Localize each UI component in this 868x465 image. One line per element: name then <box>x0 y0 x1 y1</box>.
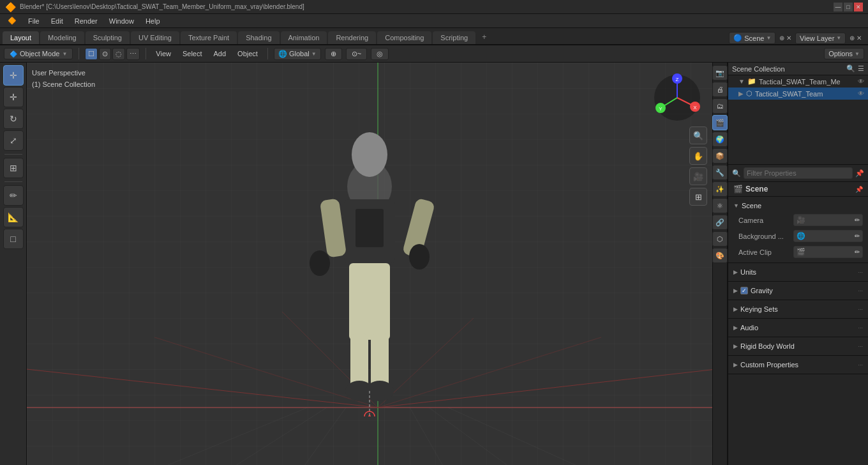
scene-section-header[interactable]: ▼ Scene <box>728 199 868 212</box>
scene-props-btn[interactable]: 🎬 <box>712 115 728 130</box>
camera-btn[interactable]: 🎥 <box>689 167 707 185</box>
tab-layout[interactable]: Layout <box>3 31 39 44</box>
scene-section-arrow: ▼ <box>733 202 739 209</box>
zoom-in-btn[interactable]: 🔍 <box>689 126 707 144</box>
properties-search-input[interactable] <box>744 167 853 179</box>
rigid-body-label: Rigid Body World <box>740 342 795 350</box>
output-props-btn[interactable]: 🖨 <box>712 82 728 97</box>
scene-props-title: Scene <box>745 185 768 194</box>
svg-text:Y: Y <box>659 106 662 112</box>
scale-tool[interactable]: ⤢ <box>3 130 24 151</box>
outliner-filter-btn[interactable]: 🔍 <box>846 65 855 73</box>
proportional-btn[interactable]: ◎ <box>371 48 389 60</box>
gravity-section-header[interactable]: ▶ ✓ Gravity ··· <box>728 284 868 297</box>
background-edit-btn[interactable]: ✏ <box>855 232 860 240</box>
object-menu-btn[interactable]: Object <box>234 49 262 59</box>
camera-value[interactable]: 🎥 ✏ <box>793 214 863 226</box>
tab-uv-editing[interactable]: UV Editing <box>131 31 179 44</box>
scene-pin-btn[interactable]: 📌 <box>855 186 863 193</box>
add-cube-tool[interactable]: □ <box>3 229 24 249</box>
tab-shading[interactable]: Shading <box>238 31 279 44</box>
pin-icon[interactable]: 📌 <box>855 169 864 178</box>
particles-props-btn[interactable]: ✨ <box>712 181 728 197</box>
mode-arrow: ▼ <box>62 51 67 57</box>
physics-props-btn[interactable]: ⚛ <box>712 198 728 213</box>
audio-header[interactable]: ▶ Audio ··· <box>728 321 868 334</box>
close-button[interactable]: ✕ <box>854 3 863 11</box>
tab-animation[interactable]: Animation <box>281 31 327 44</box>
scene-selector-label: Scene <box>744 34 764 42</box>
units-section: ▶ Units ··· <box>728 263 868 282</box>
scene-selector-arrow: ▼ <box>766 35 771 41</box>
rotate-tool[interactable]: ↻ <box>3 109 24 129</box>
constraints-props-btn[interactable]: 🔗 <box>712 215 728 230</box>
collection-expand-icon: ▼ <box>738 78 745 85</box>
select-more-btn[interactable]: ⋯ <box>126 48 140 60</box>
tab-sculpting[interactable]: Sculpting <box>86 31 130 44</box>
pivot-btn[interactable]: ⊕ <box>325 48 342 60</box>
camera-edit-btn[interactable]: ✏ <box>855 217 860 224</box>
measure-tool[interactable]: 📐 <box>3 207 24 227</box>
viewport-3d[interactable]: User Perspective (1) Scene Collection Z … <box>27 63 712 465</box>
menu-edit[interactable]: Edit <box>46 16 68 26</box>
tab-scripting[interactable]: Scripting <box>433 31 475 44</box>
units-section-header[interactable]: ▶ Units ··· <box>728 266 868 278</box>
right-panel-area: 📷 🖨 🗂 🎬 🌍 📦 🔧 ✨ ⚛ 🔗 ⬡ 🎨 Scene Collectio <box>712 63 868 465</box>
tool-sep1 <box>4 154 22 155</box>
select-box-btn[interactable]: ☐ <box>85 48 98 60</box>
select-menu-btn[interactable]: Select <box>179 49 206 59</box>
maximize-button[interactable]: □ <box>844 3 853 11</box>
keying-sets-arrow: ▶ <box>733 306 738 312</box>
modifier-props-btn[interactable]: 🔧 <box>712 165 728 180</box>
scene-selector[interactable]: 🔵 Scene ▼ <box>729 32 775 44</box>
menu-file[interactable]: File <box>23 16 45 26</box>
menu-help[interactable]: Help <box>140 16 165 26</box>
menu-window[interactable]: Window <box>104 16 139 26</box>
background-value[interactable]: 🌐 ✏ <box>793 230 863 242</box>
cursor-tool[interactable]: ✛ <box>3 65 24 86</box>
rigid-body-header[interactable]: ▶ Rigid Body World ··· <box>728 340 868 353</box>
minimize-button[interactable]: — <box>834 3 842 11</box>
material-props-btn[interactable]: 🎨 <box>712 248 728 263</box>
pan-btn[interactable]: ✋ <box>689 147 707 165</box>
move-tool[interactable]: ✛ <box>3 87 24 107</box>
grid-btn[interactable]: ⊞ <box>689 188 707 206</box>
tab-modeling[interactable]: Modeling <box>40 31 84 44</box>
data-props-btn[interactable]: ⬡ <box>712 231 728 247</box>
snap-btn[interactable]: ⊙~ <box>346 48 367 60</box>
outliner-item-collection[interactable]: ▼ 📁 Tactical_SWAT_Team_Me 👁 <box>728 75 868 88</box>
transform-selector[interactable]: 🌐 Global ▼ <box>274 48 321 60</box>
gravity-checkbox[interactable]: ✓ <box>740 287 748 294</box>
axis-gizmo[interactable]: Z X Y <box>652 72 703 123</box>
custom-props-header[interactable]: ▶ Custom Properties ··· <box>728 358 868 371</box>
mesh-visibility[interactable]: 👁 <box>858 90 864 97</box>
outliner-item-mesh[interactable]: ▶ ⬡ Tactical_SWAT_Team 👁 <box>728 88 868 100</box>
keying-sets-header[interactable]: ▶ Keying Sets ··· <box>728 303 868 316</box>
render-props-btn[interactable]: 📷 <box>712 65 728 80</box>
camera-icon: 🎥 <box>797 216 805 224</box>
tab-texture-paint[interactable]: Texture Paint <box>181 31 237 44</box>
active-clip-edit-btn[interactable]: ✏ <box>855 248 860 255</box>
menu-blender[interactable]: 🔶 <box>3 15 22 26</box>
add-menu-btn[interactable]: Add <box>210 49 230 59</box>
select-circle-btn[interactable]: ⊙ <box>99 48 111 60</box>
outliner-options-btn[interactable]: ☰ <box>858 65 864 73</box>
select-lasso-btn[interactable]: ◌ <box>112 48 125 60</box>
annotate-tool[interactable]: ✏ <box>3 185 24 206</box>
object-props-btn[interactable]: 📦 <box>712 148 728 164</box>
view-mode-label: User Perspective <box>32 68 95 79</box>
add-workspace-button[interactable]: + <box>477 30 491 44</box>
view-layer-selector[interactable]: View Layer ▼ <box>795 33 846 44</box>
active-clip-value[interactable]: 🎬 ✏ <box>793 246 863 258</box>
menu-render[interactable]: Render <box>70 16 103 26</box>
options-dropdown[interactable]: Options ▼ <box>824 48 864 59</box>
workspace-tabs: Layout Modeling Sculpting UV Editing Tex… <box>0 28 868 45</box>
tab-rendering[interactable]: Rendering <box>328 31 376 44</box>
mode-selector[interactable]: 🔷 Object Mode ▼ <box>4 48 73 59</box>
world-props-btn[interactable]: 🌍 <box>712 132 728 147</box>
tab-compositing[interactable]: Compositing <box>377 31 431 44</box>
transform-tool[interactable]: ⊞ <box>3 158 24 178</box>
collection-visibility[interactable]: 👁 <box>858 78 864 85</box>
view-layer-props-btn[interactable]: 🗂 <box>712 98 728 114</box>
view-menu-btn[interactable]: View <box>152 49 175 59</box>
